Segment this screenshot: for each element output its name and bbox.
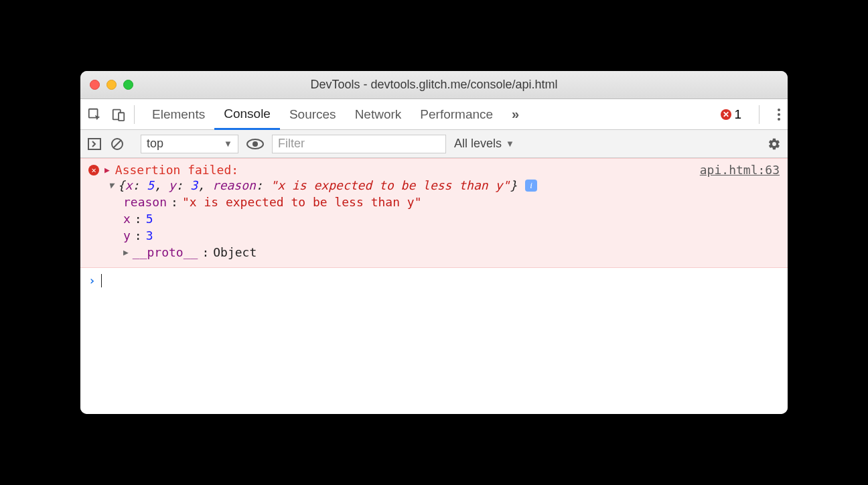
prompt-chevron-icon: › [88, 273, 96, 287]
object-prop-proto[interactable]: ▶ __proto__: Object [108, 244, 780, 261]
tab-sources[interactable]: Sources [280, 99, 346, 129]
devtools-window: DevTools - devtools.glitch.me/console/ap… [80, 71, 788, 414]
clear-console-icon[interactable] [110, 137, 125, 151]
svg-point-10 [252, 141, 258, 147]
log-levels-select[interactable]: All levels ▼ [454, 137, 514, 151]
filter-input[interactable] [272, 135, 446, 153]
text-caret [101, 274, 102, 287]
window-title: DevTools - devtools.glitch.me/console/ap… [80, 78, 788, 92]
error-count: 1 [734, 107, 741, 122]
expand-icon[interactable]: ▶ [104, 165, 110, 175]
console-output: ✕ ▶ Assertion failed: api.html:63 ▼ {x: … [80, 158, 788, 414]
chevron-down-icon: ▼ [224, 139, 232, 149]
log-levels-label: All levels [454, 137, 502, 151]
close-window-button[interactable] [90, 80, 100, 90]
tabs-overflow-button[interactable]: » [502, 99, 525, 129]
error-icon: ✕ [88, 165, 99, 176]
tab-elements[interactable]: Elements [143, 99, 214, 129]
expand-icon[interactable]: ▶ [123, 247, 129, 257]
object-prop-reason: reason: "x is expected to be less than y… [108, 194, 780, 210]
console-settings-icon[interactable] [768, 137, 781, 151]
console-filterbar: top ▼ All levels ▼ [80, 130, 788, 158]
console-error-message: ✕ ▶ Assertion failed: api.html:63 ▼ {x: … [80, 158, 788, 268]
main-toolbar: Elements Console Sources Network Perform… [80, 99, 788, 130]
console-prompt[interactable]: › [80, 268, 788, 293]
object-prop-y: y: 3 [108, 227, 780, 244]
svg-line-8 [113, 140, 121, 148]
source-link[interactable]: api.html:63 [700, 163, 780, 177]
svg-point-4 [778, 113, 780, 116]
tab-network[interactable]: Network [346, 99, 411, 129]
tab-console[interactable]: Console [214, 99, 280, 130]
context-value: top [147, 137, 163, 151]
tab-performance[interactable]: Performance [411, 99, 502, 129]
inspect-element-icon[interactable] [87, 107, 102, 122]
object-preview[interactable]: ▼ {x: 5, y: 3, reason: "x is expected to… [108, 177, 780, 194]
titlebar: DevTools - devtools.glitch.me/console/ap… [80, 71, 788, 99]
context-select[interactable]: top ▼ [141, 135, 238, 153]
info-icon[interactable]: i [525, 180, 537, 192]
traffic-lights [80, 80, 133, 90]
error-icon: ✕ [721, 109, 731, 120]
zoom-window-button[interactable] [123, 80, 133, 90]
collapse-icon[interactable]: ▼ [108, 180, 114, 190]
svg-point-3 [778, 109, 780, 111]
toggle-device-icon[interactable] [111, 107, 126, 122]
minimize-window-button[interactable] [106, 80, 117, 90]
more-menu-icon[interactable] [777, 107, 781, 122]
console-sidebar-toggle-icon[interactable] [87, 137, 102, 151]
svg-point-5 [778, 118, 780, 121]
error-count-badge[interactable]: ✕ 1 [721, 107, 741, 122]
object-prop-x: x: 5 [108, 210, 780, 227]
panel-tabs: Elements Console Sources Network Perform… [143, 99, 525, 129]
svg-rect-2 [119, 113, 124, 121]
live-expression-icon[interactable] [246, 137, 264, 151]
chevron-down-icon: ▼ [506, 139, 514, 149]
error-title: Assertion failed: [115, 163, 238, 177]
